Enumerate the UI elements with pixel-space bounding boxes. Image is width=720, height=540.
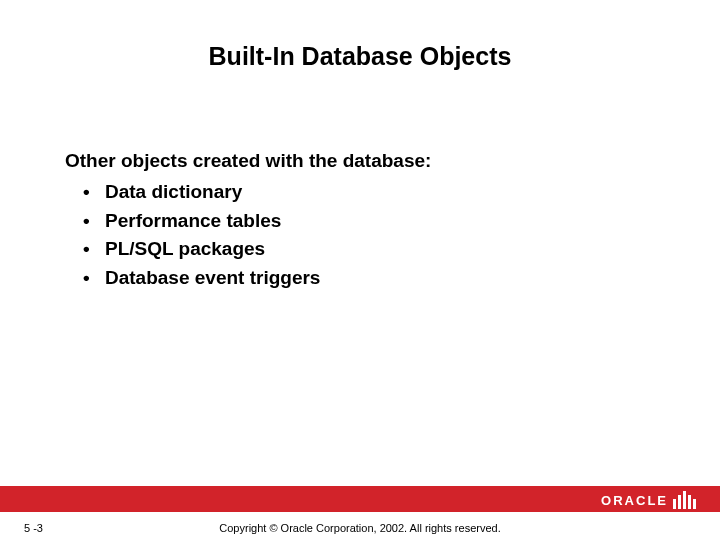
list-item: Data dictionary <box>83 178 660 207</box>
slide: Built-In Database Objects Other objects … <box>0 0 720 540</box>
content-intro: Other objects created with the database: <box>65 150 660 172</box>
oracle-logo: ORACLE <box>601 491 696 509</box>
slide-content: Other objects created with the database:… <box>65 150 660 292</box>
copyright-text: Copyright © Oracle Corporation, 2002. Al… <box>0 522 720 534</box>
bullet-list: Data dictionary Performance tables PL/SQ… <box>65 178 660 292</box>
list-item: Database event triggers <box>83 264 660 293</box>
oracle-logo-bars-icon <box>673 491 696 509</box>
slide-title: Built-In Database Objects <box>0 42 720 71</box>
oracle-logo-text: ORACLE <box>601 493 668 508</box>
list-item: Performance tables <box>83 207 660 236</box>
list-item: PL/SQL packages <box>83 235 660 264</box>
